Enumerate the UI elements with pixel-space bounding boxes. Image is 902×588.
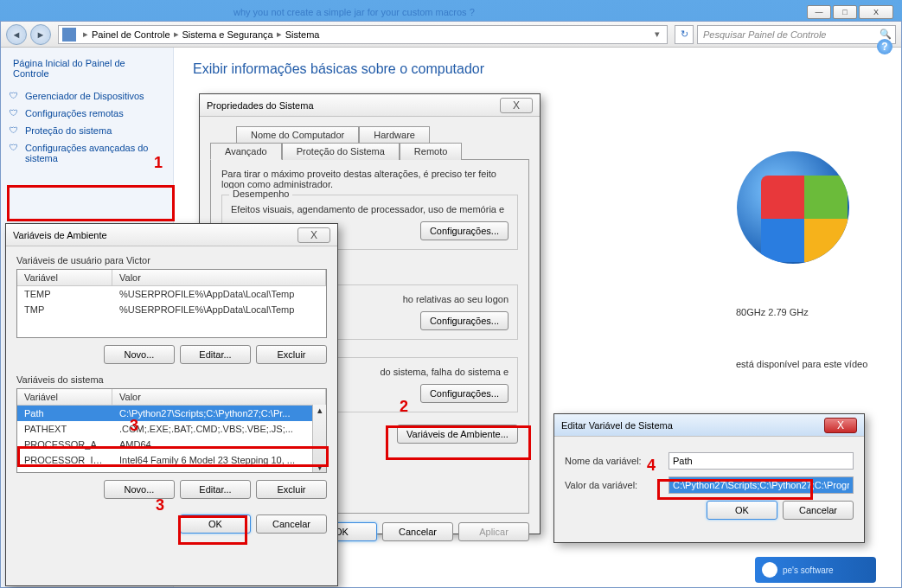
sys-row-path[interactable]: PathC:\Python27\Scripts;C:\Python27;C:\P… [17,406,326,421]
sidebar-item-remote-settings[interactable]: Configurações remotas [1,105,173,122]
user-delete-button[interactable]: Excluir [256,345,327,364]
page-title: Exibir informações básicas sobre o compu… [193,61,882,77]
refresh-button[interactable]: ↻ [675,25,694,44]
sysprop-intro: Para tirar o máximo proveito destas alte… [221,169,518,189]
annot-num-1: 1 [154,154,163,172]
crumb-1[interactable]: Sistema e Segurança [182,29,273,40]
windows-logo [737,151,849,264]
sys-vars-label: Variáveis do sistema [16,374,327,385]
sys-delete-button[interactable]: Excluir [256,480,327,499]
perf-legend: Desempenho [229,189,292,199]
envvars-ok-button[interactable]: OK [180,514,251,534]
user-vars-label: Variáveis de usuário para Victor [16,255,327,265]
minimize-button[interactable]: — [807,5,831,19]
sysprop-cancel-button[interactable]: Cancelar [382,522,453,541]
crumb-2[interactable]: Sistema [285,29,320,40]
nav-back-button[interactable]: ◄ [6,24,27,45]
sys-edit-button[interactable]: Editar... [180,480,251,499]
background-link: why you not create a simple jar for your… [233,7,475,17]
perf-settings-button[interactable]: Configurações... [420,221,509,240]
editvar-title: Editar Variável de Sistema [561,420,824,431]
editvar-cancel-button[interactable]: Cancelar [783,501,854,520]
cpu-info: 80GHz 2.79 GHz [736,307,809,317]
search-input[interactable]: Pesquisar Painel de Controle 🔍 [697,25,896,44]
var-value-input[interactable] [669,476,854,494]
editvar-close-button[interactable]: X [824,418,857,433]
col-value-2[interactable]: Valor [112,389,326,405]
annot-num-2: 2 [400,398,408,416]
close-button[interactable]: X [859,5,893,19]
help-icon[interactable]: ? [877,39,892,54]
sys-row-proc-arch[interactable]: PROCESSOR_A...AMD64 [17,437,326,452]
var-value-label: Valor da variável: [565,480,660,490]
col-value[interactable]: Valor [112,270,326,285]
tab-hardware[interactable]: Hardware [359,126,430,143]
sys-row-proc-id[interactable]: PROCESSOR_ID...Intel64 Family 6 Model 23… [17,452,326,468]
edit-variable-dialog: Editar Variável de Sistema X Nome da var… [553,413,865,543]
sys-vars-list[interactable]: VariávelValor PathC:\Python27\Scripts;C:… [16,388,327,473]
tab-system-protection[interactable]: Proteção do Sistema [282,143,400,160]
user-vars-list[interactable]: VariávelValor TEMP%USERPROFILE%\AppData\… [16,269,327,338]
sysprop-apply-button[interactable]: Aplicar [458,522,529,541]
crumb-0[interactable]: Painel de Controle [92,29,170,40]
breadcrumb[interactable]: ▸ Painel de Controle▸ Sistema e Seguranç… [58,25,668,44]
profiles-settings-button[interactable]: Configurações... [420,311,509,330]
maximize-button[interactable]: □ [833,5,857,19]
user-row-tmp[interactable]: TMP%USERPROFILE%\AppData\Local\Temp [17,302,326,317]
perf-desc: Efeitos visuais, agendamento de processa… [231,204,509,214]
env-vars-button[interactable]: Variáveis de Ambiente... [397,425,518,444]
envvars-close-button[interactable]: X [297,227,330,243]
var-name-label: Nome da variável: [565,456,660,466]
envvars-title: Variáveis de Ambiente [13,230,297,240]
search-icon: 🔍 [880,29,892,40]
user-row-temp[interactable]: TEMP%USERPROFILE%\AppData\Local\Temp [17,286,326,302]
sys-row-pathext[interactable]: PATHEXT.COM;.EXE;.BAT;.CMD;.VBS;.VBE;.JS… [17,421,326,437]
tab-computer-name[interactable]: Nome do Computador [236,126,359,143]
sidebar-item-advanced-settings[interactable]: Configurações avançadas do sistema [1,139,173,167]
var-name-input[interactable] [669,452,854,470]
editvar-ok-button[interactable]: OK [707,501,777,520]
nav-bar: ◄ ► ▸ Painel de Controle▸ Sistema e Segu… [1,22,901,48]
tab-remote[interactable]: Remoto [400,143,463,160]
sidebar-item-device-manager[interactable]: Gerenciador de Dispositivos [1,87,173,105]
sysprop-title: Propriedades do Sistema [207,100,500,111]
tab-advanced[interactable]: Avançado [210,143,282,160]
annot-num-3: 3 [130,417,138,435]
search-placeholder: Pesquisar Painel de Controle [703,29,826,40]
col-variable[interactable]: Variável [17,270,112,285]
user-edit-button[interactable]: Editar... [180,345,251,364]
annot-num-3b: 3 [156,496,164,514]
startup-settings-button[interactable]: Configurações... [420,384,509,403]
user-new-button[interactable]: Novo... [104,345,175,364]
sysprop-close-button[interactable]: X [500,98,533,113]
window-controls: — □ X [807,5,893,19]
nav-forward-button[interactable]: ► [30,24,51,45]
envvars-cancel-button[interactable]: Cancelar [256,514,327,534]
taskbar-brand: pe's software [755,557,876,583]
env-vars-dialog: Variáveis de Ambiente X Variáveis de usu… [5,223,338,586]
scrollbar[interactable]: ▴ ▾ [312,405,326,472]
sidebar-item-system-protection[interactable]: Proteção do sistema [1,122,173,139]
col-variable-2[interactable]: Variável [17,389,112,405]
sidebar-header[interactable]: Página Inicial do Painel de Controle [1,58,173,87]
control-panel-icon [62,28,76,42]
annot-num-4: 4 [647,457,656,475]
display-info: está disponível para este vídeo [736,359,867,369]
